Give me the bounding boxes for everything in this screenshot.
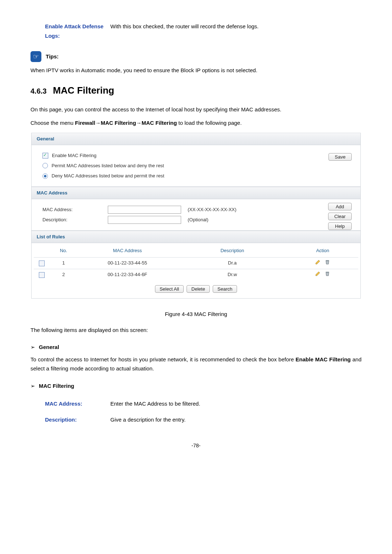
permit-radio[interactable] — [42, 163, 48, 168]
help-button[interactable]: Help — [328, 222, 352, 230]
rules-button-row: Select All Delete Search — [34, 284, 358, 294]
table-row: 1 00-11-22-33-44-55 Dr.a — [34, 257, 358, 269]
row-checkbox[interactable] — [39, 272, 45, 278]
permit-row: Permit MAC Addresses listed below and de… — [42, 162, 350, 170]
delete-button[interactable]: Delete — [187, 285, 210, 293]
field-term: MAC Address: — [30, 399, 110, 409]
svg-rect-0 — [326, 260, 329, 261]
macfilter-subhead: ➢ MAC Filtering — [30, 381, 362, 391]
choose-pre: Choose the menu — [30, 120, 75, 126]
tips-text: When IPTV works in Automatic mode, you n… — [30, 66, 362, 75]
heading-number: 4.6.3 — [30, 87, 46, 95]
general-text-pre: To control the access to Internet for ho… — [30, 356, 295, 362]
figure-caption: Figure 4-43 MAC Filtering — [30, 309, 362, 319]
deny-label: Deny MAC Addresses listed below and perm… — [52, 172, 164, 180]
definition-text: With this box checked, the router will r… — [110, 22, 362, 40]
search-button[interactable]: Search — [213, 285, 237, 293]
delete-icon[interactable] — [324, 259, 330, 265]
col-action: Action — [287, 245, 358, 257]
add-button[interactable]: Add — [328, 203, 352, 210]
section-heading: 4.6.3 MAC Filtering — [30, 82, 362, 98]
choose-bold: Firewall→MAC Filtering→MAC Filtering — [75, 120, 177, 126]
mac-panel: MAC Address: (XX-XX-XX-XX-XX-XX) Descrip… — [31, 199, 361, 231]
delete-icon[interactable] — [324, 271, 330, 276]
page-number: -78- — [30, 442, 362, 450]
arrow-icon: ➢ — [30, 342, 35, 352]
select-all-button[interactable]: Select All — [155, 285, 184, 293]
rules-table: No. MAC Address Description Action 1 00-… — [34, 245, 358, 280]
general-panel: Enable MAC Filtering Permit MAC Addresse… — [31, 145, 361, 187]
general-subhead-label: General — [39, 342, 59, 352]
cell-no: 2 — [50, 269, 77, 280]
field-text: Give a description for the entry. — [110, 415, 362, 424]
cell-mac: 00-11-22-33-44-6F — [77, 269, 177, 280]
col-mac: MAC Address — [77, 245, 177, 257]
tips-icon: ☞ — [30, 51, 41, 62]
deny-row: Deny MAC Addresses listed below and perm… — [42, 172, 350, 180]
cell-mac: 00-11-22-33-44-55 — [77, 257, 177, 269]
tips-label: Tips: — [46, 52, 59, 61]
svg-rect-1 — [326, 272, 329, 272]
cell-no: 1 — [50, 257, 77, 269]
edit-icon[interactable] — [315, 259, 321, 265]
figure-screenshot: General Enable MAC Filtering Permit MAC … — [30, 132, 362, 300]
field-def-desc: Description: Give a description for the … — [30, 415, 362, 424]
choose-menu-line: Choose the menu Firewall→MAC Filtering→M… — [30, 118, 362, 128]
mac-address-input[interactable] — [108, 206, 181, 214]
general-text-bold: Enable MAC Filtering — [295, 356, 351, 362]
field-term: Description: — [30, 415, 110, 424]
permit-label: Permit MAC Addresses listed below and de… — [52, 162, 164, 170]
definition-row: Enable Attack Defense Logs: With this bo… — [30, 22, 362, 40]
intro-paragraph: On this page, you can control the access… — [30, 105, 362, 114]
table-row: 2 00-11-22-33-44-6F Dr.w — [34, 269, 358, 280]
rules-panel: No. MAC Address Description Action 1 00-… — [31, 243, 361, 299]
deny-radio[interactable] — [42, 173, 48, 179]
items-line: The following items are displayed on thi… — [30, 325, 362, 335]
macfilter-subhead-label: MAC Filtering — [39, 381, 74, 391]
mac-section-bar: MAC Address — [31, 187, 361, 199]
rules-header-row: No. MAC Address Description Action — [34, 245, 358, 257]
enable-row: Enable MAC Filtering — [42, 152, 350, 160]
description-input[interactable] — [108, 216, 181, 224]
cell-desc: Dr.a — [177, 257, 287, 269]
general-section-bar: General — [31, 133, 361, 145]
arrow-icon: ➢ — [30, 381, 35, 391]
description-label: Description: — [42, 216, 104, 224]
mac-address-label: MAC Address: — [42, 206, 104, 214]
cell-desc: Dr.w — [177, 269, 287, 280]
rules-section-bar: List of Rules — [31, 231, 361, 243]
save-button[interactable]: Save — [328, 153, 352, 161]
field-def-mac: MAC Address: Enter the MAC Address to be… — [30, 399, 362, 409]
definition-term: Enable Attack Defense Logs: — [30, 22, 110, 40]
description-hint: (Optional) — [188, 216, 208, 224]
enable-label: Enable MAC Filtering — [52, 152, 97, 160]
general-subhead: ➢ General — [30, 342, 362, 352]
mac-address-hint: (XX-XX-XX-XX-XX-XX) — [188, 206, 236, 214]
tips-header: ☞ Tips: — [30, 51, 362, 62]
col-desc: Description — [177, 245, 287, 257]
edit-icon[interactable] — [315, 271, 321, 276]
choose-post: to load the following page. — [177, 120, 241, 126]
col-no: No. — [50, 245, 77, 257]
heading-title: MAC Filtering — [53, 85, 114, 96]
row-checkbox[interactable] — [39, 260, 45, 266]
enable-checkbox[interactable] — [42, 153, 48, 159]
general-paragraph: To control the access to Internet for ho… — [30, 355, 362, 373]
field-text: Enter the MAC Address to be filtered. — [110, 399, 362, 409]
clear-button[interactable]: Clear — [328, 213, 352, 220]
